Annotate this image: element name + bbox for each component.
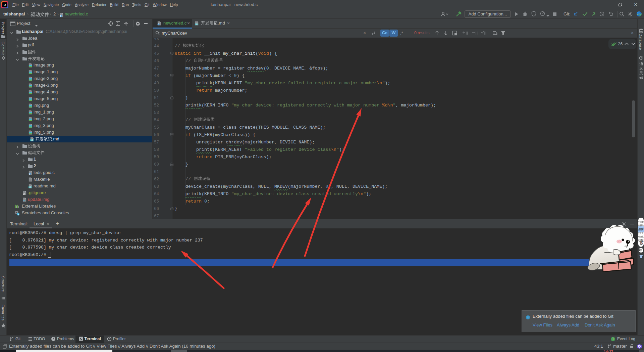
svg-text:MD: MD xyxy=(31,139,33,141)
svg-text:S: S xyxy=(640,240,643,246)
svg-text:MD: MD xyxy=(195,24,198,25)
svg-text:?: ? xyxy=(23,199,25,202)
svg-text:MD: MD xyxy=(29,186,32,188)
